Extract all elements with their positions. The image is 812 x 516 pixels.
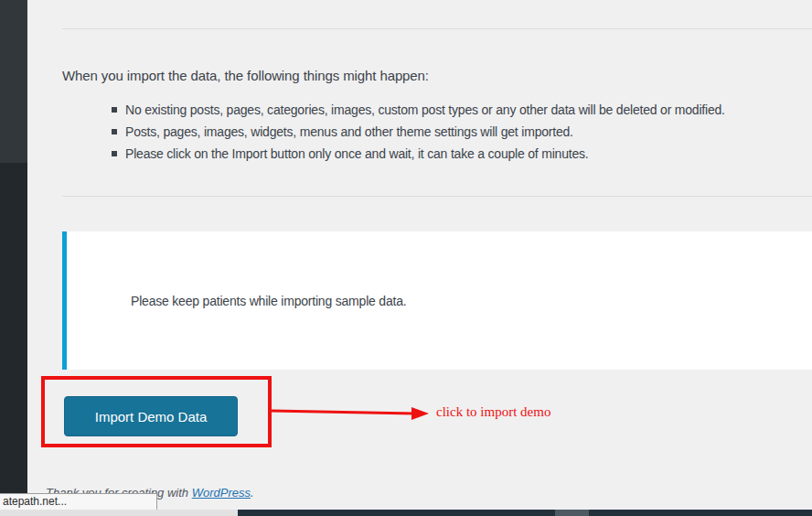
list-item: Please click on the Import button only o… <box>112 143 725 165</box>
browser-status-tooltip: atepath.net... <box>0 493 157 511</box>
list-item: Posts, pages, images, widgets, menus and… <box>112 121 725 143</box>
horizontal-scrollbar-track[interactable] <box>238 510 812 516</box>
wordpress-link[interactable]: WordPress <box>192 486 251 500</box>
bottom-bar-left-segment <box>0 510 238 516</box>
annotation-label: click to import demo <box>436 404 550 420</box>
list-item: No existing posts, pages, categories, im… <box>112 99 725 121</box>
admin-sidebar-lower <box>0 163 27 510</box>
intro-text: When you import the data, the following … <box>62 68 429 83</box>
import-notes-list: No existing posts, pages, categories, im… <box>112 99 725 165</box>
import-button-label: Import Demo Data <box>95 409 208 425</box>
import-demo-data-button[interactable]: Import Demo Data <box>64 396 238 436</box>
admin-sidebar <box>0 0 27 510</box>
horizontal-scrollbar-thumb[interactable] <box>555 510 589 516</box>
bottom-bar <box>0 510 812 516</box>
footer-credit-suffix: . <box>251 486 254 500</box>
admin-sidebar-upper <box>0 0 27 163</box>
notice-text: Please keep patients while importing sam… <box>131 294 407 308</box>
notice-panel: Please keep patients while importing sam… <box>62 231 812 370</box>
import-demo-page: When you import the data, the following … <box>0 0 812 516</box>
annotation-arrow-icon <box>272 401 433 426</box>
top-divider <box>62 28 812 29</box>
middle-divider <box>62 196 812 197</box>
